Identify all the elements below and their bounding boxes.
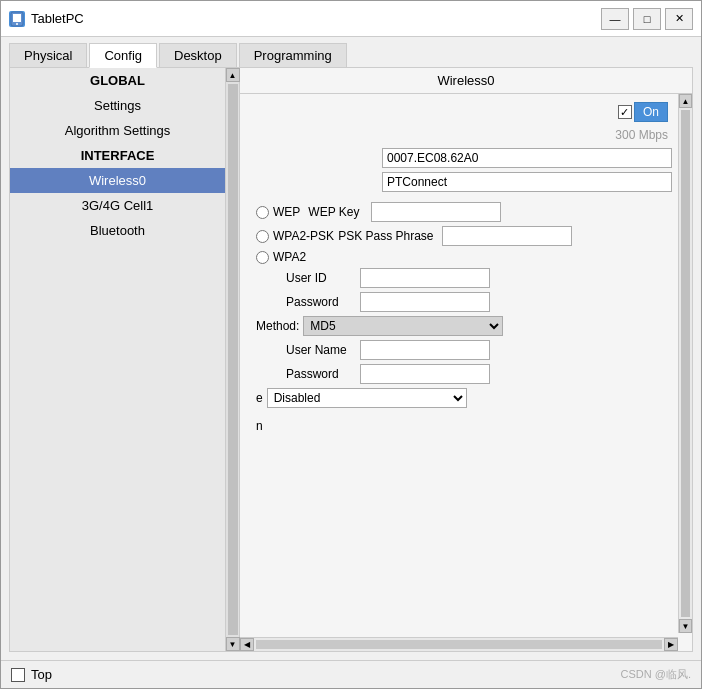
sidebar-item-3g4g[interactable]: 3G/4G Cell1 [10, 193, 225, 218]
on-row: ✓ On [256, 102, 672, 122]
ip-config-select[interactable]: Disabled DHCP Static [267, 388, 467, 408]
mac-address-field[interactable] [382, 148, 672, 168]
tab-programming[interactable]: Programming [239, 43, 347, 67]
title-bar: TabletPC — □ ✕ [1, 1, 701, 37]
wep-radio[interactable] [256, 206, 269, 219]
window-controls: — □ ✕ [601, 8, 693, 30]
sidebar: GLOBAL Settings Algorithm Settings INTER… [10, 68, 240, 651]
on-button[interactable]: On [634, 102, 668, 122]
wpa2psk-row: WPA2-PSK PSK Pass Phrase [256, 226, 672, 246]
password2-field[interactable] [360, 364, 490, 384]
wpa2-label: WPA2 [273, 250, 306, 264]
sidebar-scroll-up[interactable]: ▲ [226, 68, 240, 82]
auth-method-label: Method: [256, 319, 299, 333]
scroll-down-arrow[interactable]: ▼ [679, 619, 692, 633]
tab-desktop[interactable]: Desktop [159, 43, 237, 67]
auth-method-select[interactable]: MD5 SHA [303, 316, 503, 336]
svg-rect-1 [13, 14, 21, 22]
password2-row: Password [286, 364, 672, 384]
minimize-button[interactable]: — [601, 8, 629, 30]
tab-bar: Physical Config Desktop Programming [1, 37, 701, 67]
psk-pass-phrase-field[interactable] [442, 226, 572, 246]
panel-header: Wireless0 [240, 68, 692, 94]
sidebar-item-settings[interactable]: Settings [10, 93, 225, 118]
wpa2-radio[interactable] [256, 251, 269, 264]
top-checkbox-area: Top [11, 667, 52, 682]
content-area: GLOBAL Settings Algorithm Settings INTER… [9, 67, 693, 652]
scroll-thumb-h[interactable] [256, 640, 662, 649]
tab-config[interactable]: Config [89, 43, 157, 68]
top-checkbox[interactable] [11, 668, 25, 682]
wep-label: WEP [273, 205, 300, 219]
sidebar-items: GLOBAL Settings Algorithm Settings INTER… [10, 68, 225, 651]
psk-pass-phrase-label: PSK Pass Phrase [338, 229, 433, 243]
panel-content: ✓ On 300 Mbps WEP WEP Key [240, 94, 692, 651]
wpa2-fields: User ID Password [286, 268, 672, 312]
user-id-field[interactable] [360, 268, 490, 288]
password-field[interactable] [360, 292, 490, 312]
auth-method-row: Method: MD5 SHA [256, 316, 672, 336]
user-id-row: User ID [286, 268, 672, 288]
user-name-field[interactable] [360, 340, 490, 360]
tab-physical[interactable]: Physical [9, 43, 87, 67]
wpa2psk-label: WPA2-PSK [273, 229, 334, 243]
sidebar-item-wireless0[interactable]: Wireless0 [10, 168, 225, 193]
svg-point-2 [16, 23, 18, 25]
sidebar-item-bluetooth[interactable]: Bluetooth [10, 218, 225, 243]
scroll-left-arrow[interactable]: ◀ [240, 638, 254, 651]
wep-row: WEP WEP Key [256, 202, 672, 222]
wpa2-section: WPA2 User ID Password [256, 250, 672, 312]
user-id-label: User ID [286, 271, 356, 285]
scroll-up-arrow[interactable]: ▲ [679, 94, 692, 108]
maximize-button[interactable]: □ [633, 8, 661, 30]
speed-row: 300 Mbps [256, 128, 672, 142]
scroll-thumb-v[interactable] [681, 110, 690, 617]
top-label: Top [31, 667, 52, 682]
wpa2psk-radio[interactable] [256, 230, 269, 243]
password2-label: Password [286, 367, 356, 381]
window-title: TabletPC [31, 11, 601, 26]
password-label: Password [286, 295, 356, 309]
watermark: CSDN @临风. [621, 667, 691, 682]
wpa2-row: WPA2 [256, 250, 672, 264]
app-icon [9, 11, 25, 27]
sidebar-header-interface: INTERFACE [10, 143, 225, 168]
wep-key-field[interactable] [371, 202, 501, 222]
sidebar-scroll-thumb [228, 84, 238, 635]
main-scrollbar-v[interactable]: ▲ ▼ [678, 94, 692, 633]
scroll-right-arrow[interactable]: ▶ [664, 638, 678, 651]
sidebar-header-global: GLOBAL [10, 68, 225, 93]
panel-scroll-area: ✓ On 300 Mbps WEP WEP Key [240, 94, 692, 651]
n-section: n [256, 412, 672, 439]
sidebar-scrollbar[interactable]: ▲ ▼ [225, 68, 239, 651]
window: TabletPC — □ ✕ Physical Config Desktop P… [0, 0, 702, 689]
user-name-label: User Name [286, 343, 356, 357]
on-checkbox[interactable]: ✓ [618, 105, 632, 119]
main-panel: Wireless0 ✓ On 300 Mbps [240, 68, 692, 651]
sidebar-scroll-down[interactable]: ▼ [226, 637, 240, 651]
user-name-row: User Name [286, 340, 672, 360]
wep-key-label: WEP Key [308, 205, 359, 219]
password-row: Password [286, 292, 672, 312]
ip-config-row: e Disabled DHCP Static [256, 388, 672, 408]
bottom-bar: Top CSDN @临风. [1, 660, 701, 688]
close-button[interactable]: ✕ [665, 8, 693, 30]
ip-config-label: e [256, 391, 263, 405]
main-scrollbar-h[interactable]: ◀ ▶ [240, 637, 678, 651]
ssid-field[interactable] [382, 172, 672, 192]
sidebar-item-algorithm-settings[interactable]: Algorithm Settings [10, 118, 225, 143]
n-label: n [256, 419, 263, 433]
